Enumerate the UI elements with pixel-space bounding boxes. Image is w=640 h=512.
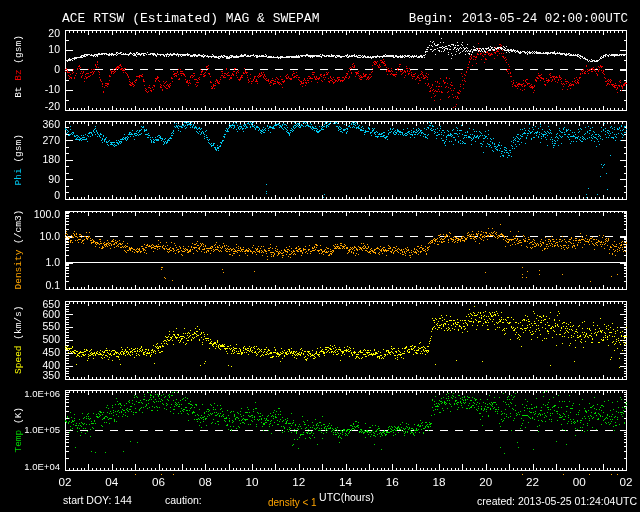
- svg-text:500: 500: [42, 333, 60, 345]
- svg-text:10: 10: [48, 43, 60, 55]
- svg-text:20: 20: [48, 27, 60, 39]
- svg-text:450: 450: [42, 346, 60, 358]
- svg-text:start DOY: 144: start DOY: 144: [63, 494, 132, 506]
- svg-text:600: 600: [42, 308, 60, 320]
- svg-text:-20: -20: [45, 100, 60, 112]
- svg-text:00: 00: [573, 475, 587, 488]
- svg-text:08: 08: [199, 475, 212, 488]
- svg-text:0: 0: [54, 63, 60, 75]
- svg-text:Temp (K): Temp (K): [13, 407, 24, 453]
- svg-text:270: 270: [42, 134, 60, 146]
- svg-text:550: 550: [42, 320, 60, 332]
- svg-text:1.0E+06: 1.0E+06: [24, 388, 60, 399]
- svg-text:100.0: 100.0: [34, 208, 60, 220]
- svg-text:02: 02: [619, 475, 632, 488]
- svg-text:density < 1: density < 1: [268, 497, 317, 508]
- svg-text:14: 14: [339, 475, 353, 488]
- svg-text:350: 350: [42, 369, 60, 381]
- svg-text:UTC(hours): UTC(hours): [319, 491, 374, 503]
- svg-text:22: 22: [526, 475, 539, 488]
- svg-text:02: 02: [58, 475, 71, 488]
- svg-text:Speed (km/s): Speed (km/s): [13, 306, 24, 374]
- svg-text:Phi (gsm): Phi (gsm): [13, 134, 24, 185]
- svg-text:18: 18: [432, 475, 445, 488]
- svg-text:Begin: 2013-05-24 02:00:00UTC: Begin: 2013-05-24 02:00:00UTC: [409, 12, 629, 26]
- svg-text:1.0: 1.0: [45, 256, 60, 268]
- svg-text:Density (/cm3): Density (/cm3): [13, 210, 24, 290]
- svg-text:10: 10: [245, 475, 259, 488]
- svg-text:16: 16: [386, 475, 399, 488]
- svg-text:06: 06: [152, 475, 165, 488]
- svg-text:12: 12: [292, 475, 305, 488]
- svg-text:20: 20: [479, 475, 493, 488]
- svg-text:Bt Bz (gsm): Bt Bz (gsm): [13, 35, 24, 98]
- svg-text:ACE RTSW (Estimated) MAG & SWE: ACE RTSW (Estimated) MAG & SWEPAM: [62, 11, 319, 26]
- svg-text:360: 360: [42, 118, 60, 130]
- svg-text:1.0E+05: 1.0E+05: [24, 424, 60, 435]
- svg-text:created: 2013-05-25 01:24:04UT: created: 2013-05-25 01:24:04UTC: [477, 495, 637, 507]
- svg-text:caution:: caution:: [165, 494, 202, 506]
- svg-text:1.0E+04: 1.0E+04: [24, 461, 60, 472]
- svg-text:0.1: 0.1: [45, 279, 60, 291]
- svg-text:180: 180: [42, 153, 60, 165]
- svg-text:10.0: 10.0: [40, 230, 61, 242]
- svg-text:90: 90: [48, 173, 60, 185]
- svg-text:-10: -10: [45, 83, 60, 95]
- svg-text:04: 04: [105, 475, 119, 488]
- svg-text:0: 0: [54, 189, 60, 201]
